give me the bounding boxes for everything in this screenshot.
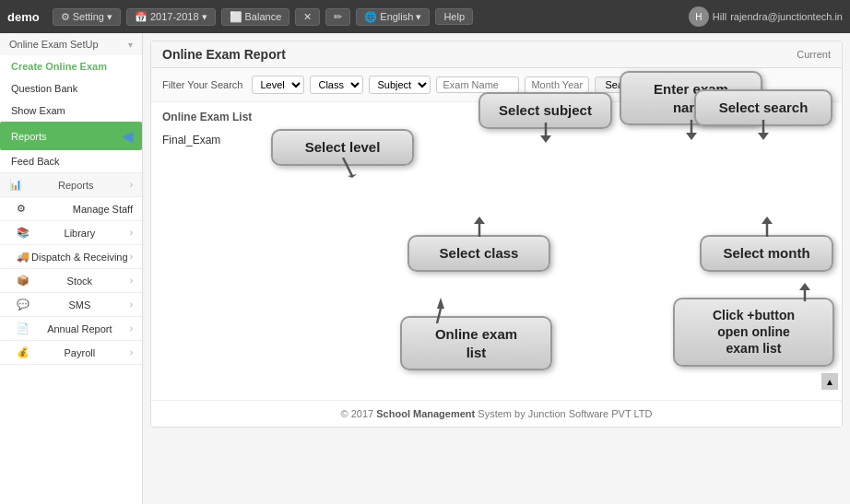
svg-marker-10 (761, 217, 773, 224)
svg-marker-12 (437, 298, 444, 309)
sidebar-item-label: Create Online Exam (11, 61, 107, 72)
subject-select[interactable]: Subject (369, 76, 431, 94)
arrow-indicator (470, 217, 489, 237)
language-button[interactable]: 🌐 English ▾ (356, 8, 430, 26)
sidebar-item-question-bank[interactable]: Question Bank (0, 77, 142, 100)
sidebar-item-label: Reports (58, 180, 94, 191)
svg-marker-8 (474, 217, 485, 224)
scroll-up-button[interactable]: ▲ (821, 373, 838, 390)
arrow-right-icon: ◀ (122, 127, 133, 145)
arrow-indicator (758, 217, 776, 237)
chevron-down-icon: ▾ (107, 11, 112, 23)
chevron-right-icon: › (130, 180, 133, 190)
gear-icon: ⚙ (17, 203, 26, 215)
sidebar-item-label: Annual Report (47, 323, 112, 334)
sidebar-item-feedback[interactable]: Feed Back (0, 150, 142, 172)
sidebar-section-payroll: 💰 Payroll › (0, 341, 142, 365)
month-year-input[interactable] (525, 76, 589, 93)
sidebar-section-manage-staff: ⚙ Manage Staff (0, 197, 142, 221)
sidebar-item-create-online-exam[interactable]: Create Online Exam (0, 55, 142, 77)
sidebar-section-online-exam: Online Exam SetUp ▾ Create Online Exam Q… (0, 33, 142, 173)
svg-line-0 (343, 158, 352, 176)
svg-line-13 (437, 309, 441, 323)
sidebar-section-dispatch: 🚚 Dispatch & Receiving › (0, 245, 142, 269)
callout-select-search: Select search (694, 89, 832, 126)
sidebar-item-reports2[interactable]: 📊 Reports › (0, 173, 142, 196)
chart-icon: 📊 (9, 179, 22, 191)
year-button[interactable]: 📅 2017-2018 ▾ (126, 8, 216, 26)
user-name: Hill (713, 11, 726, 22)
sidebar-item-label: SMS (68, 299, 90, 311)
sidebar-item-label: Library (65, 228, 96, 239)
list-item[interactable]: Final_Exam (162, 130, 831, 150)
chevron-right-icon: › (130, 252, 133, 262)
sidebar-item-label: Online Exam SetUp (9, 39, 99, 50)
svg-marker-5 (686, 133, 697, 140)
svg-marker-7 (758, 133, 769, 140)
truck-icon: 🚚 (17, 251, 30, 263)
sidebar-item-dispatch[interactable]: 🚚 Dispatch & Receiving › (0, 245, 142, 268)
arrow-indicator (329, 158, 357, 178)
layout: Online Exam SetUp ▾ Create Online Exam Q… (0, 33, 850, 504)
sidebar-section-stock: 📦 Stock › (0, 269, 142, 293)
sidebar-item-label: Reports (11, 131, 47, 142)
filter-label: Filter Your Search (162, 79, 242, 90)
chevron-down-icon: ▾ (202, 11, 207, 23)
svg-marker-14 (799, 283, 810, 290)
sidebar-section-library: 📚 Library › (0, 221, 142, 245)
sidebar-item-online-exam-setup[interactable]: Online Exam SetUp ▾ (0, 33, 142, 55)
arrow-indicator (754, 120, 773, 140)
sidebar-item-stock[interactable]: 📦 Stock › (0, 269, 142, 292)
sidebar-item-payroll[interactable]: 💰 Payroll › (0, 341, 142, 364)
exam-name-input[interactable] (436, 76, 519, 93)
sidebar-item-manage-staff[interactable]: ⚙ Manage Staff (0, 197, 142, 220)
topbar: demo ⚙ Setting ▾ 📅 2017-2018 ▾ ⬜ Balance… (0, 0, 850, 33)
box-icon: 📦 (17, 275, 30, 287)
arrow-indicator (792, 283, 814, 301)
calendar-icon: 📅 (135, 11, 148, 23)
svg-marker-3 (540, 135, 551, 143)
report-icon: 📄 (17, 322, 30, 334)
pin-button[interactable]: ✕ (295, 8, 320, 26)
sidebar-item-annual-report[interactable]: 📄 Annual Report › (0, 317, 142, 340)
chevron-right-icon: › (130, 347, 133, 357)
help-button[interactable]: Help (435, 8, 473, 25)
sidebar-item-label: Dispatch & Receiving (31, 252, 128, 263)
chevron-down-icon: ▾ (416, 11, 421, 23)
chevron-right-icon: › (130, 323, 133, 334)
callout-select-subject: Select subject (478, 92, 612, 129)
sidebar: Online Exam SetUp ▾ Create Online Exam Q… (0, 33, 143, 504)
money-icon: 💰 (17, 346, 30, 358)
setting-button[interactable]: ⚙ Setting ▾ (53, 8, 121, 26)
class-select[interactable]: Class (310, 76, 363, 94)
callout-online-exam-list: Online exam list (400, 316, 552, 370)
level-select[interactable]: Level (252, 76, 304, 94)
sidebar-item-label: Payroll (65, 347, 96, 358)
pen-button[interactable]: ✏ (325, 8, 350, 26)
sidebar-item-reports[interactable]: Reports ◀ (0, 122, 142, 150)
content-header: Online Exam Report Current (151, 41, 842, 68)
page-title: Online Exam Report (162, 47, 286, 62)
user-email: rajendra@junctiontech.in (730, 11, 843, 22)
globe-icon: 🌐 (364, 11, 377, 23)
sidebar-item-label: Stock (67, 275, 93, 287)
breadcrumb: Current (797, 49, 831, 60)
arrow-indicator (537, 123, 555, 143)
balance-button[interactable]: ⬜ Balance (221, 8, 290, 26)
brand-label: demo (7, 10, 40, 24)
sidebar-section-sms: 💬 SMS › (0, 293, 142, 317)
content-area: Online Exam Report Current Filter Your S… (150, 41, 843, 428)
user-info: H Hill rajendra@junctiontech.in (689, 6, 843, 27)
chevron-right-icon: › (130, 275, 133, 286)
book-icon: 📚 (17, 227, 30, 239)
chevron-right-icon: › (130, 299, 133, 310)
sidebar-item-sms[interactable]: 💬 SMS › (0, 293, 142, 316)
callout-select-class: Select class (407, 235, 550, 272)
sidebar-section-reports2: 📊 Reports › (0, 173, 142, 197)
sidebar-item-show-exam[interactable]: Show Exam (0, 100, 142, 122)
sidebar-item-library[interactable]: 📚 Library › (0, 221, 142, 244)
sidebar-section-annual-report: 📄 Annual Report › (0, 317, 142, 341)
sidebar-item-label: Manage Staff (73, 204, 133, 215)
sms-icon: 💬 (17, 299, 30, 311)
chevron-right-icon: › (130, 228, 133, 238)
